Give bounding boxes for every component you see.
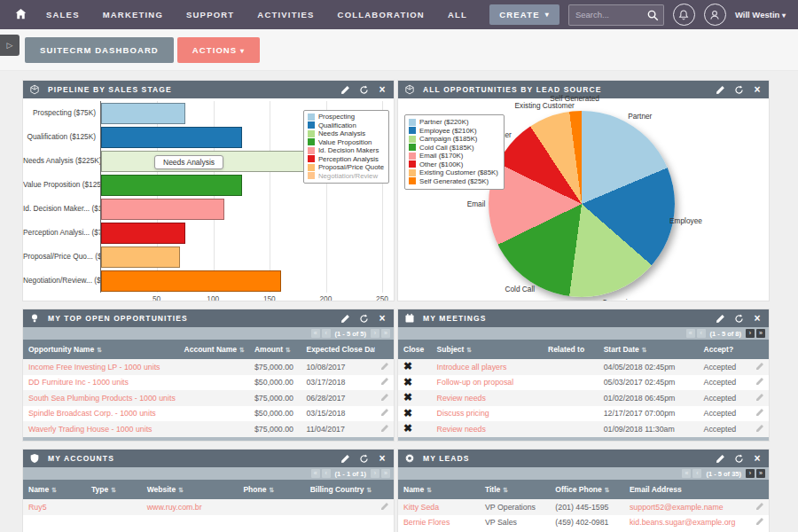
inline-edit-pencil-icon[interactable] bbox=[750, 502, 769, 512]
nav-item-all[interactable]: ALL bbox=[448, 10, 467, 20]
record-link[interactable]: Review needs bbox=[437, 394, 486, 403]
close-record-button[interactable]: ✖ bbox=[403, 378, 412, 387]
inline-edit-pencil-icon[interactable] bbox=[375, 362, 394, 372]
edit-pencil-icon[interactable] bbox=[715, 453, 725, 464]
column-header-title[interactable]: Title⇅ bbox=[480, 485, 550, 494]
search-icon[interactable] bbox=[646, 9, 660, 22]
pagination-prev[interactable]: ‹ bbox=[692, 469, 701, 478]
legend-item[interactable]: Needs Analysis bbox=[308, 129, 384, 138]
record-link[interactable]: Bernie Flores bbox=[403, 518, 450, 527]
pagination-first[interactable]: « bbox=[686, 329, 695, 338]
user-avatar-icon[interactable] bbox=[704, 4, 726, 26]
column-header-amount[interactable]: Amount⇅ bbox=[249, 345, 301, 354]
record-link[interactable]: support52@example.name bbox=[630, 503, 724, 512]
bar-id-decision-makers[interactable] bbox=[101, 199, 224, 220]
column-header-opportunity-name[interactable]: Opportunity Name⇅ bbox=[23, 345, 179, 354]
refresh-icon[interactable] bbox=[733, 313, 744, 324]
edit-pencil-icon[interactable] bbox=[715, 313, 725, 324]
refresh-icon[interactable] bbox=[358, 84, 369, 95]
edit-pencil-icon[interactable] bbox=[340, 453, 350, 464]
refresh-icon[interactable] bbox=[358, 453, 369, 464]
close-record-button[interactable]: ✖ bbox=[403, 362, 412, 372]
sidebar-expand-button[interactable]: ▷ bbox=[0, 35, 20, 56]
pagination-prev[interactable]: ‹ bbox=[322, 469, 331, 478]
record-link[interactable]: Introduce all players bbox=[437, 363, 507, 372]
column-header-name[interactable]: Name⇅ bbox=[23, 485, 86, 494]
refresh-icon[interactable] bbox=[358, 313, 369, 324]
column-header-phone[interactable]: Phone⇅ bbox=[238, 485, 304, 494]
nav-item-sales[interactable]: SALES bbox=[46, 10, 80, 20]
legend-item[interactable]: Partner ($220K) bbox=[409, 118, 498, 127]
legend-item[interactable]: Self Generated ($25K) bbox=[409, 177, 498, 186]
pagination-first[interactable]: « bbox=[311, 469, 320, 478]
legend-item[interactable]: Campaign ($185K) bbox=[409, 135, 498, 144]
column-header-account-name[interactable]: Account Name⇅ bbox=[179, 345, 249, 354]
close-record-button[interactable]: ✖ bbox=[403, 409, 412, 419]
inline-edit-pencil-icon[interactable] bbox=[375, 502, 394, 512]
bar-value-proposition[interactable] bbox=[101, 175, 242, 196]
column-header-start-date[interactable]: Start Date⇅ bbox=[598, 345, 699, 354]
close-icon[interactable]: × bbox=[377, 84, 387, 95]
legend-item[interactable]: Id. Decision Makers bbox=[308, 146, 384, 155]
column-header-website[interactable]: Website⇅ bbox=[142, 485, 239, 494]
nav-item-marketing[interactable]: MARKETING bbox=[103, 10, 163, 20]
pagination-next[interactable]: › bbox=[371, 469, 379, 478]
record-link[interactable]: Waverly Trading House - 1000 units bbox=[28, 425, 153, 434]
legend-item[interactable]: Email ($170K) bbox=[409, 152, 498, 160]
legend-item[interactable]: Qualification bbox=[308, 121, 384, 130]
bar-proposal-price-quote[interactable] bbox=[101, 246, 180, 268]
refresh-icon[interactable] bbox=[733, 453, 744, 464]
column-header-type[interactable]: Type⇅ bbox=[86, 485, 142, 494]
inline-edit-pencil-icon[interactable] bbox=[750, 408, 769, 419]
notifications-bell-icon[interactable] bbox=[673, 4, 695, 26]
pagination-next[interactable]: › bbox=[746, 469, 755, 478]
inline-edit-pencil-icon[interactable] bbox=[750, 362, 769, 372]
inline-edit-pencil-icon[interactable] bbox=[375, 408, 394, 419]
column-header-office-phone[interactable]: Office Phone⇅ bbox=[550, 485, 624, 494]
legend-item[interactable]: Prospecting bbox=[308, 113, 384, 121]
pagination-last[interactable]: » bbox=[381, 469, 390, 478]
record-link[interactable]: Ruy5 bbox=[28, 503, 47, 512]
record-link[interactable]: kid.beans.sugar@example.org bbox=[630, 518, 735, 527]
inline-edit-pencil-icon[interactable] bbox=[750, 393, 769, 403]
create-button[interactable]: CREATE ▾ bbox=[489, 4, 559, 25]
record-link[interactable]: South Sea Plumbing Products - 1000 units bbox=[28, 394, 176, 403]
legend-item[interactable]: Negotiation/Review bbox=[308, 172, 384, 181]
pagination-prev[interactable]: ‹ bbox=[322, 329, 331, 338]
close-icon[interactable]: × bbox=[752, 313, 763, 324]
column-header-name[interactable]: Name⇅ bbox=[398, 485, 480, 494]
pagination-prev[interactable]: ‹ bbox=[697, 329, 706, 338]
pagination-next[interactable]: › bbox=[371, 329, 379, 338]
record-link[interactable]: Income Free Investing LP - 1000 units bbox=[28, 363, 160, 372]
legend-item[interactable]: Other ($100K) bbox=[409, 160, 498, 169]
record-link[interactable]: Review needs bbox=[437, 425, 486, 434]
close-record-button[interactable]: ✖ bbox=[403, 393, 412, 403]
suitecrm-dashboard-button[interactable]: SUITECRM DASHBOARD bbox=[25, 37, 174, 63]
close-icon[interactable]: × bbox=[377, 313, 387, 324]
bar-perception-analysis[interactable] bbox=[101, 223, 185, 244]
legend-item[interactable]: Perception Analysis bbox=[308, 155, 384, 164]
bar-prospecting[interactable] bbox=[101, 103, 185, 124]
record-link[interactable]: DD Furniture Inc - 1000 units bbox=[28, 378, 129, 387]
legend-item[interactable]: Value Proposition bbox=[308, 138, 384, 147]
bar-negotiation-review[interactable] bbox=[101, 270, 281, 292]
pagination-last[interactable]: » bbox=[756, 329, 765, 338]
nav-item-collaboration[interactable]: COLLABORATION bbox=[338, 10, 425, 20]
close-icon[interactable]: × bbox=[377, 453, 387, 464]
edit-pencil-icon[interactable] bbox=[340, 84, 350, 95]
user-menu[interactable]: Will Westin ▾ bbox=[735, 10, 786, 20]
record-link[interactable]: Discuss pricing bbox=[437, 409, 489, 418]
close-record-button[interactable]: ✖ bbox=[403, 424, 412, 434]
home-icon[interactable] bbox=[14, 7, 30, 23]
record-link[interactable]: Spindle Broadcast Corp. - 1000 units bbox=[28, 409, 156, 418]
legend-item[interactable]: Employee ($210K) bbox=[409, 127, 498, 136]
inline-edit-pencil-icon[interactable] bbox=[750, 517, 769, 528]
edit-pencil-icon[interactable] bbox=[340, 313, 350, 324]
close-icon[interactable]: × bbox=[752, 453, 763, 464]
search-input[interactable] bbox=[569, 10, 640, 20]
column-header-billing-country[interactable]: Billing Country⇅ bbox=[305, 485, 375, 494]
inline-edit-pencil-icon[interactable] bbox=[375, 424, 394, 434]
pagination-next[interactable]: › bbox=[746, 329, 755, 338]
record-link[interactable]: Follow-up on proposal bbox=[437, 378, 514, 387]
inline-edit-pencil-icon[interactable] bbox=[750, 424, 769, 434]
